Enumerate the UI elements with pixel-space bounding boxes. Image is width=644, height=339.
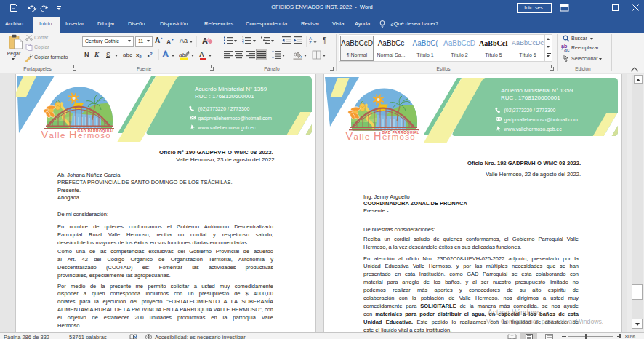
- svg-text:ab: ab: [179, 52, 185, 58]
- svg-text:A: A: [309, 36, 312, 41]
- svg-text:3: 3: [242, 41, 244, 44]
- svg-text:Z: Z: [309, 41, 312, 45]
- svg-text:ac: ac: [564, 47, 570, 52]
